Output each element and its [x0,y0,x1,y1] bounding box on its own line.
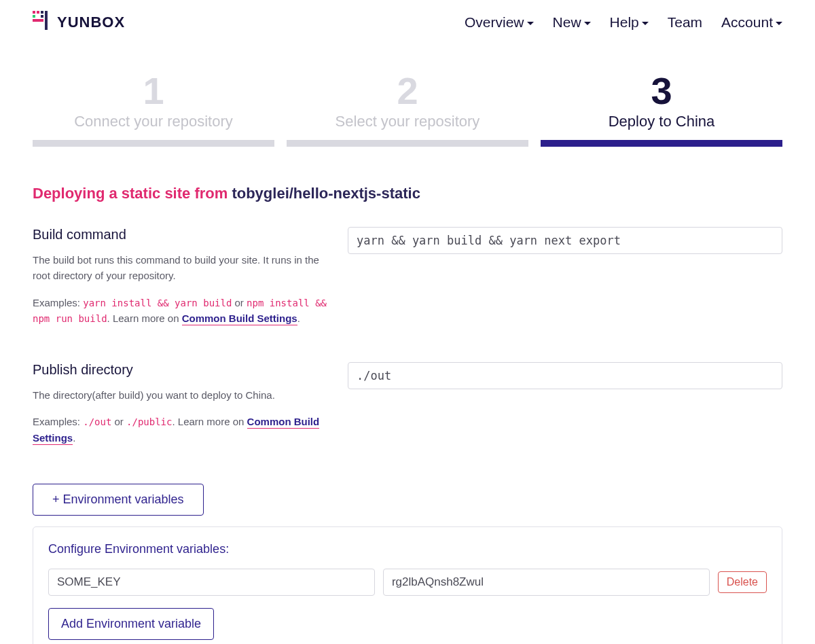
env-var-key-input[interactable] [48,569,375,596]
step-2: 2 Select your repository [287,72,528,147]
svg-rect-0 [33,11,35,14]
nav-help-label: Help [610,14,639,31]
top-nav: Overview New Help Team Account [465,14,782,31]
logo-mark-icon [33,11,53,34]
svg-rect-4 [41,15,43,18]
step-1: 1 Connect your repository [33,72,274,147]
page-title: Deploying a static site from tobyglei/he… [33,185,782,202]
heading-repo: tobyglei/hello-nextjs-static [232,185,420,202]
caret-down-icon [584,22,591,25]
env-var-delete-button[interactable]: Delete [718,571,767,593]
publish-directory-examples: Examples: ./out or ./public. Learn more … [33,414,331,446]
logo-text: YUNBOX [57,14,125,31]
caret-down-icon [776,22,782,25]
caret-down-icon [642,22,649,25]
env-vars-panel: Configure Environment variables: Delete … [33,526,782,644]
nav-overview[interactable]: Overview [465,14,534,31]
caret-down-icon [527,22,534,25]
common-build-settings-link[interactable]: Common Build Settings [182,312,297,325]
env-vars-title: Configure Environment variables: [48,542,767,556]
examples-or: or [111,416,126,427]
env-var-value-input[interactable] [383,569,710,596]
publish-directory-label: Publish directory [33,362,331,378]
example-code: yarn install && yarn build [83,298,232,308]
learn-text: . Learn more on [107,312,182,324]
examples-prefix: Examples: [33,416,83,427]
step-3: 3 Deploy to China [541,72,782,147]
nav-team-label: Team [668,14,702,31]
build-command-input[interactable] [348,227,782,254]
step-bar [541,140,782,147]
svg-rect-5 [33,19,43,22]
learn-text: . Learn more on [172,416,247,427]
heading-prefix: Deploying a static site from [33,185,232,202]
examples-or: or [232,297,247,308]
example-code: ./public [126,416,172,427]
build-command-row: Build command The build bot runs this co… [33,227,782,338]
nav-account-label: Account [721,14,773,31]
nav-team[interactable]: Team [668,14,702,31]
build-command-examples: Examples: yarn install && yarn build or … [33,295,331,327]
step-label: Connect your repository [33,113,274,130]
svg-rect-1 [37,11,39,14]
step-number: 2 [287,72,528,110]
period: . [73,432,75,444]
step-label: Deploy to China [541,113,782,130]
env-var-row: Delete [48,569,767,596]
svg-rect-3 [33,15,35,18]
add-env-var-button[interactable]: Add Environment variable [48,608,214,640]
nav-new[interactable]: New [553,14,591,31]
examples-prefix: Examples: [33,297,83,308]
svg-rect-2 [41,11,43,14]
nav-new-label: New [553,14,581,31]
example-code: ./out [83,416,111,427]
build-command-label: Build command [33,227,331,243]
build-command-help: The build bot runs this command to build… [33,252,331,284]
step-bar [33,140,274,147]
step-number: 1 [33,72,274,110]
publish-directory-help: The directory(after build) you want to d… [33,387,331,403]
nav-account[interactable]: Account [721,14,782,31]
step-number: 3 [541,72,782,110]
env-vars-toggle[interactable]: + Environment variables [33,484,204,516]
step-progress: 1 Connect your repository 2 Select your … [33,72,782,147]
publish-directory-row: Publish directory The directory(after bu… [33,362,782,457]
nav-help[interactable]: Help [610,14,649,31]
svg-rect-6 [45,11,48,30]
period: . [297,312,300,324]
step-label: Select your repository [287,113,528,130]
nav-overview-label: Overview [465,14,524,31]
step-bar [287,140,528,147]
publish-directory-input[interactable] [348,362,782,389]
logo[interactable]: YUNBOX [33,11,125,34]
